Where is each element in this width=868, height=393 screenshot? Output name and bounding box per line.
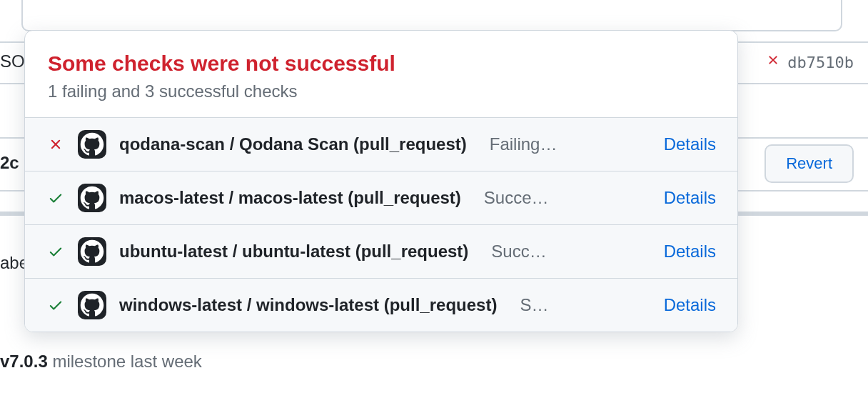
commit-status-link[interactable]: db7510b xyxy=(766,53,854,71)
github-actions-avatar xyxy=(78,184,106,212)
x-icon xyxy=(46,135,65,154)
bg-content-box xyxy=(21,0,842,31)
github-actions-avatar xyxy=(78,237,106,266)
check-status-text: Succe… xyxy=(484,188,637,208)
check-name[interactable]: ubuntu-latest / ubuntu-latest (pull_requ… xyxy=(119,242,468,262)
milestone-text: milestone last week xyxy=(48,352,202,371)
check-status-text: Succ… xyxy=(491,242,636,262)
check-icon xyxy=(46,189,65,207)
check-icon xyxy=(46,242,65,261)
check-row: macos-latest / macos-latest (pull_reques… xyxy=(25,171,737,225)
x-icon xyxy=(766,53,780,71)
details-link[interactable]: Details xyxy=(664,188,716,208)
check-row: windows-latest / windows-latest (pull_re… xyxy=(25,279,737,332)
check-icon xyxy=(46,296,65,314)
checks-list: qodana-scan / Qodana Scan (pull_request)… xyxy=(25,118,737,332)
checks-popup-header: Some checks were not successful 1 failin… xyxy=(25,31,737,118)
check-row: qodana-scan / Qodana Scan (pull_request)… xyxy=(25,118,737,171)
check-status-text: S… xyxy=(520,295,636,315)
revert-button[interactable]: Revert xyxy=(764,144,854,183)
check-name[interactable]: macos-latest / macos-latest (pull_reques… xyxy=(119,188,461,208)
checks-popup-subtitle: 1 failing and 3 successful checks xyxy=(48,81,715,101)
checks-popup-title: Some checks were not successful xyxy=(48,49,715,77)
details-link[interactable]: Details xyxy=(664,295,716,315)
checks-popup: Some checks were not successful 1 failin… xyxy=(24,30,738,332)
check-name[interactable]: windows-latest / windows-latest (pull_re… xyxy=(119,295,497,315)
check-name[interactable]: qodana-scan / Qodana Scan (pull_request) xyxy=(119,134,467,154)
bg-row2-text-frag: 2c xyxy=(0,153,19,173)
github-actions-avatar xyxy=(78,130,106,159)
details-link[interactable]: Details xyxy=(664,242,716,262)
milestone-version: v7.0.3 xyxy=(0,352,48,371)
github-actions-avatar xyxy=(78,291,106,319)
commit-hash: db7510b xyxy=(787,54,854,71)
milestone-event: v7.0.3 milestone last week xyxy=(0,352,202,372)
details-link[interactable]: Details xyxy=(664,134,716,154)
check-status-text: Failing… xyxy=(490,134,637,154)
check-row: ubuntu-latest / ubuntu-latest (pull_requ… xyxy=(25,225,737,279)
